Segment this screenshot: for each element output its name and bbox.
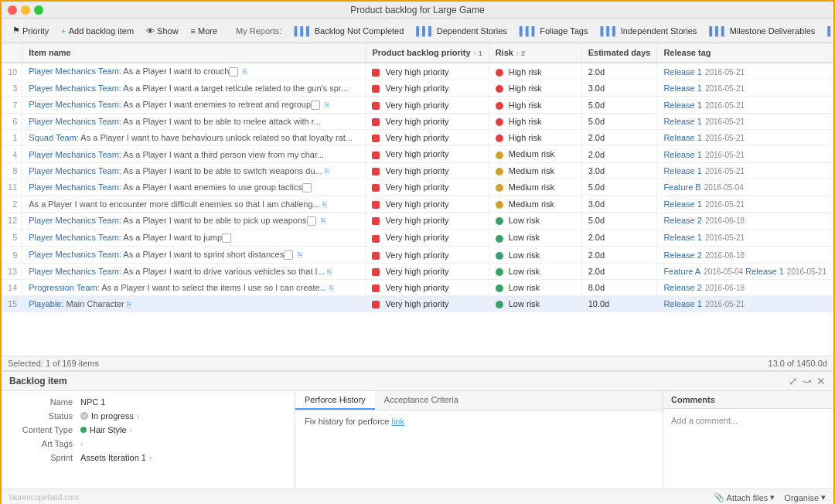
release-date: 2016-05-21 [705,117,745,126]
foliage-tags-button[interactable]: ▌▌▌ Foliage Tags [515,24,593,38]
add-comment-text[interactable]: Add a comment... [671,416,738,425]
more-button[interactable]: ≡ More [186,24,222,38]
table-row[interactable]: 13 Player Mechanics Team: As a Player I … [2,264,833,280]
attach-icon: 📎 [714,492,724,502]
release-cell: Release 12016-05-21 [657,114,833,130]
release-cell: Release 12016-05-21 [657,296,833,312]
checkbox[interactable] [307,216,316,226]
minimize-button[interactable] [21,5,30,15]
item-text: As a Player I want to encounter more dif… [29,199,319,209]
link-icon[interactable]: ⎘ [327,267,332,276]
col-days[interactable]: Estimated days [581,43,657,63]
watermark-text: laurencopeland.com [9,493,79,502]
link-icon[interactable]: ⎘ [325,167,329,175]
row-number: 14 [2,280,22,296]
checkbox[interactable] [302,183,312,192]
organise-button[interactable]: Organise ▾ [784,492,826,502]
sprint-row[interactable]: Sprint Assets Iteration 1 › [11,453,285,462]
risk-cell: Medium risk [489,162,581,179]
checkbox[interactable] [311,100,320,110]
table-header-row: Item name Product backlog priority ↑ 1 R… [2,43,833,63]
link-icon[interactable]: ⎘ [243,67,247,76]
team-name: Player Mechanics Team: [29,250,121,259]
dependent-stories-button[interactable]: ▌▌▌ Dependent Stories [411,24,512,38]
art-tags-row[interactable]: Art Tags › [11,439,285,448]
show-button[interactable]: 👁 Show [141,24,183,38]
comments-section: Comments Add a comment... [663,391,833,489]
table-row[interactable]: 9 Player Mechanics Team: As a Player I w… [2,247,833,264]
priority-button[interactable]: ⚑ Priority [8,23,53,38]
expand-button[interactable]: ⤢ [789,375,798,387]
risk-value: Low risk [509,283,540,292]
table-row[interactable]: 3 Player Mechanics Team: As a Player I w… [2,80,833,97]
table-row[interactable]: 6 Player Mechanics Team: As a Player I w… [2,114,833,130]
priority-dot [372,301,380,308]
col-priority[interactable]: Product backlog priority ↑ 1 [366,43,489,63]
table-row[interactable]: 4 Player Mechanics Team: As a Player I w… [2,146,833,162]
col-item-name-label: Item name [29,48,70,57]
priority-cell: Very high priority [366,63,489,80]
perforce-link[interactable]: link [391,417,404,426]
add-backlog-button[interactable]: + Add backlog item [56,24,138,38]
content-type-row[interactable]: Content Type Hair Style › [11,425,285,434]
attach-files-button[interactable]: 📎 Attach files ▾ [714,492,775,502]
table-row[interactable]: 14 Progression Team: As a Player I want … [2,280,833,296]
backlog-not-completed-button[interactable]: ▌▌▌ Backlog Not Completed [289,24,408,38]
checkbox[interactable] [222,233,231,243]
table-row[interactable]: 8 Player Mechanics Team: As a Player I w… [2,162,833,179]
table-area[interactable]: Item name Product backlog priority ↑ 1 R… [2,43,833,356]
close-button[interactable] [8,5,17,15]
col-release[interactable]: Release tag [657,43,833,63]
item-name-cell: Player Mechanics Team: As a Player I wan… [22,80,366,97]
tab-acceptance-criteria[interactable]: Acceptance Criteria [375,391,468,410]
table-row[interactable]: 10 Player Mechanics Team: As a Player I … [2,63,833,80]
close-panel-button[interactable]: ✕ [816,375,826,387]
release-tag: Release 1 [663,233,702,242]
release-tag: Feature B [663,182,700,192]
item-name-cell: Player Mechanics Team: As a Player I wan… [22,146,366,162]
table-row[interactable]: 1 Squad Team: As a Player I want to have… [2,130,833,146]
table-row[interactable]: 7 Player Mechanics Team: As a Player I w… [2,97,833,114]
col-risk[interactable]: Risk ↑ 2 [489,43,581,63]
table-row[interactable]: 2 As a Player I want to encounter more d… [2,196,833,212]
milestone-deliverables-button[interactable]: ▌▌▌ Milestone Deliverables [704,24,820,38]
risk-dot [496,235,503,243]
bar-chart-icon-4: ▌▌▌ [600,26,618,36]
tab-perforce-history[interactable]: Perforce History [295,391,375,410]
release-cell: Release 12016-05-21 [657,162,833,179]
risk-dot [496,168,503,175]
link-icon[interactable]: ⎘ [321,216,325,225]
link-icon[interactable]: ⎘ [127,300,131,308]
popout-button[interactable]: ⤻ [803,375,812,387]
table-row[interactable]: 12 Player Mechanics Team: As a Player I … [2,212,833,229]
release-date: 2016-05-21 [705,101,745,110]
release-tag: Release 1 [663,100,702,110]
checkbox[interactable] [284,250,293,260]
checkbox[interactable] [229,67,238,77]
link-icon[interactable]: ⎘ [325,100,329,109]
link-icon[interactable]: ⎘ [298,250,302,259]
maximize-button[interactable] [34,5,43,15]
priority-value: Very high priority [386,283,449,292]
table-row[interactable]: 5 Player Mechanics Team: As a Player I w… [2,229,833,246]
risk-cell: High risk [489,130,581,146]
release-date: 2016-05-21 [705,134,745,142]
status-row[interactable]: Status In progress › [11,411,285,421]
link-icon[interactable]: ⎘ [322,200,327,209]
release-cell: Release 12016-05-21 [657,229,833,246]
table-row[interactable]: 11 Player Mechanics Team: As a Player I … [2,179,833,196]
item-text: As a Player I want to jump [123,233,222,242]
show-label: Show [157,26,179,36]
link-icon[interactable]: ⎘ [329,284,334,292]
team-name: Player Mechanics Team: [29,267,121,276]
independent-stories-button[interactable]: ▌▌▌ Independent Stories [595,24,701,38]
release-cell: Release 12016-05-21 [657,130,833,146]
table-row[interactable]: 15 Playable: Main Character⎘ Very high p… [2,296,833,312]
release1-status-button[interactable]: ▌▌▌ Release 1 Status [823,24,833,38]
priority-value: Very high priority [386,100,449,110]
priority-value: Very high priority [386,149,449,158]
risk-dot [496,268,503,276]
risk-value: Low risk [509,233,540,242]
col-item-name[interactable]: Item name [22,43,366,63]
priority-cell: Very high priority [366,264,489,280]
